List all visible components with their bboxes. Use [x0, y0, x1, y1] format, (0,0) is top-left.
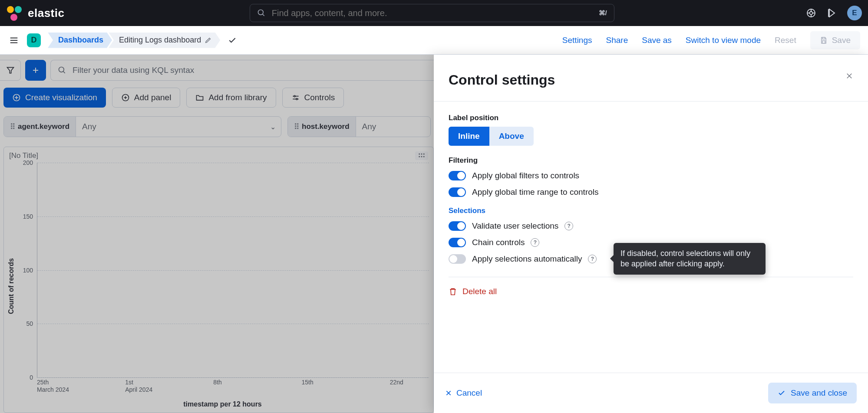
panel-title: [No Title]	[9, 151, 38, 160]
global-search-input[interactable]	[272, 8, 593, 18]
check-icon[interactable]	[228, 36, 237, 45]
switch-view-link[interactable]: Switch to view mode	[686, 36, 761, 45]
dashboard-toolbar: Create visualization Add panel Add from …	[0, 81, 434, 108]
svg-line-18	[63, 72, 65, 73]
add-from-library-button[interactable]: Add from library	[186, 88, 276, 108]
brand-name: elastic	[28, 7, 64, 20]
svg-marker-14	[7, 67, 13, 73]
reset-link[interactable]: Reset	[775, 36, 796, 45]
flyout-title: Control settings	[449, 72, 555, 88]
user-avatar[interactable]: E	[847, 6, 862, 20]
create-visualization-label: Create visualization	[25, 93, 97, 102]
global-search[interactable]: ⌘/	[250, 4, 614, 22]
help-icon[interactable]	[805, 7, 817, 19]
svg-point-29	[419, 154, 420, 154]
toggle-apply-global-filters: Apply global filters to controls	[449, 167, 853, 184]
add-from-library-label: Add from library	[208, 93, 267, 102]
lens-icon	[12, 93, 21, 102]
toggle-label: Chain controls	[472, 238, 525, 247]
nav-toggle-icon[interactable]	[8, 34, 20, 46]
elastic-logo-icon	[6, 5, 22, 21]
help-tooltip-icon[interactable]: ?	[564, 222, 573, 230]
toggle-label: Apply global filters to controls	[472, 171, 579, 180]
save-and-close-button[interactable]: Save and close	[768, 383, 857, 403]
dashboard-canvas: Filter your data using KQL syntax Create…	[0, 55, 434, 413]
help-tooltip-icon[interactable]: ?	[588, 255, 597, 263]
folder-icon	[195, 93, 204, 102]
create-visualization-button[interactable]: Create visualization	[3, 88, 106, 108]
toggle-label: Apply selections automatically	[472, 254, 582, 264]
save-button[interactable]: Save	[810, 31, 860, 49]
control-label-text: host.keyword	[302, 122, 350, 131]
settings-link[interactable]: Settings	[562, 36, 592, 45]
y-tick: 0	[30, 374, 33, 381]
grip-icon: ⠿	[10, 122, 14, 131]
save-and-close-label: Save and close	[791, 388, 847, 398]
delete-all-button[interactable]: Delete all	[449, 287, 853, 296]
y-tick: 100	[23, 267, 33, 274]
breadcrumb-dashboards[interactable]: Dashboards	[48, 33, 112, 48]
x-tick: 15th	[302, 379, 314, 386]
label-position-inline[interactable]: Inline	[449, 127, 489, 146]
control-label[interactable]: ⠿agent.keyword	[4, 117, 76, 137]
share-link[interactable]: Share	[606, 36, 628, 45]
search-shortcut: ⌘/	[599, 9, 607, 17]
save-as-link[interactable]: Save as	[642, 36, 672, 45]
svg-point-32	[419, 156, 420, 157]
label-position-above[interactable]: Above	[489, 127, 534, 146]
svg-point-28	[296, 98, 297, 100]
controls-row: ⠿agent.keyword Any ⌄ ⠿host.keyword Any	[0, 108, 434, 137]
control-agent-keyword[interactable]: ⠿agent.keyword Any ⌄	[3, 116, 281, 137]
control-label[interactable]: ⠿host.keyword	[288, 117, 356, 137]
svg-rect-12	[822, 37, 825, 39]
label-position-label: Label position	[449, 114, 853, 122]
svg-point-31	[424, 154, 425, 154]
switch-apply-global-time[interactable]	[449, 187, 466, 197]
x-axis-label: timestamp per 12 hours	[16, 400, 429, 410]
dashboard-top-actions: Settings Share Save as Switch to view mo…	[562, 31, 860, 49]
control-host-keyword[interactable]: ⠿host.keyword Any	[287, 116, 431, 137]
main-area: Filter your data using KQL syntax Create…	[0, 55, 868, 413]
cancel-button[interactable]: Cancel	[445, 388, 482, 398]
help-tooltip-icon[interactable]: ?	[531, 238, 539, 247]
breadcrumb-current[interactable]: Editing Logs dashboard	[109, 33, 220, 48]
add-panel-button[interactable]: Add panel	[112, 88, 181, 108]
close-icon[interactable]	[845, 72, 853, 80]
save-button-label: Save	[832, 36, 851, 45]
breadcrumb-current-label: Editing Logs dashboard	[119, 36, 201, 45]
switch-validate-selections[interactable]	[449, 221, 466, 231]
x-tick: 8th	[213, 379, 221, 386]
trash-icon	[449, 287, 457, 296]
x-tick: 25thMarch 2024	[37, 379, 69, 393]
label-position-group: Inline Above	[449, 127, 534, 146]
svg-point-0	[258, 10, 263, 15]
switch-chain-controls[interactable]	[449, 238, 466, 247]
app-badge[interactable]: D	[27, 33, 41, 47]
controls-button[interactable]: Controls	[282, 88, 344, 108]
add-panel-label: Add panel	[134, 93, 172, 102]
control-settings-flyout: Control settings Label position Inline A…	[434, 55, 868, 413]
search-icon	[257, 9, 266, 17]
switch-apply-global-filters[interactable]	[449, 171, 466, 180]
check-icon	[778, 389, 785, 397]
flyout-body: Label position Inline Above Filtering Ap…	[434, 102, 868, 373]
toggle-validate-selections: Validate user selections ?	[449, 218, 853, 234]
x-tick: 1stApril 2024	[125, 379, 152, 393]
divider	[449, 277, 853, 277]
selections-section-title[interactable]: Selections	[449, 206, 853, 215]
news-icon[interactable]	[826, 7, 838, 19]
control-value: Any	[356, 122, 430, 131]
filter-icon-button[interactable]	[0, 60, 21, 81]
save-icon	[820, 36, 828, 44]
y-tick: 50	[26, 320, 33, 327]
controls-label: Controls	[304, 93, 335, 102]
y-tick: 150	[23, 213, 33, 220]
cancel-label: Cancel	[456, 388, 482, 398]
query-row: Filter your data using KQL syntax	[0, 55, 434, 81]
kql-input[interactable]: Filter your data using KQL syntax	[50, 60, 434, 81]
plus-circle-icon	[121, 93, 130, 102]
switch-apply-auto[interactable]	[449, 254, 466, 264]
add-filter-button[interactable]	[25, 60, 46, 81]
svg-line-1	[262, 14, 264, 16]
panel-menu-icon[interactable]	[415, 151, 428, 160]
